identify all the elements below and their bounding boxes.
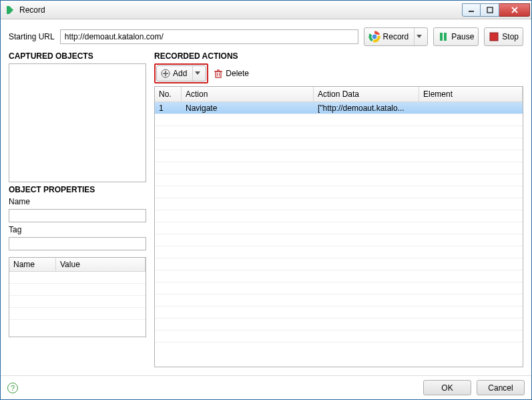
delete-button[interactable]: Delete	[214, 69, 249, 78]
name-field[interactable]	[9, 209, 146, 222]
tag-field[interactable]	[9, 237, 146, 250]
record-dialog: Record Starting URL Record	[0, 0, 532, 400]
trash-icon	[214, 69, 223, 78]
svg-marker-9	[417, 35, 422, 38]
cancel-button[interactable]: Cancel	[477, 380, 525, 395]
tag-label: Tag	[9, 225, 146, 234]
window-title: Record	[19, 5, 45, 15]
table-row[interactable]	[155, 150, 523, 162]
svg-rect-0	[7, 6, 9, 14]
svg-rect-11	[444, 33, 447, 41]
table-row[interactable]	[155, 126, 523, 138]
table-row[interactable]	[155, 138, 523, 150]
starting-url-input[interactable]	[60, 29, 358, 44]
properties-table[interactable]: Name Value	[9, 257, 146, 337]
chevron-down-icon	[417, 35, 422, 39]
svg-rect-12	[490, 33, 498, 41]
table-row[interactable]	[155, 198, 523, 210]
object-properties-title: OBJECT PROPERTIES	[9, 185, 146, 194]
minimize-button[interactable]	[462, 3, 481, 17]
starting-url-label: Starting URL	[9, 32, 55, 41]
table-row[interactable]	[9, 272, 146, 284]
cell-action-data: ["http://demoaut.katalo...	[314, 104, 419, 113]
prop-header-value[interactable]: Value	[56, 258, 146, 272]
captured-objects-title: CAPTURED OBJECTS	[9, 51, 146, 61]
header-no[interactable]: No.	[155, 87, 182, 102]
table-row[interactable]	[155, 246, 523, 258]
titlebar: Record	[1, 1, 531, 19]
cell-no: 1	[155, 104, 182, 113]
table-row[interactable]	[155, 258, 523, 270]
chrome-icon	[368, 31, 380, 43]
table-row[interactable]	[155, 282, 523, 294]
table-row[interactable]	[155, 174, 523, 186]
stop-icon	[489, 31, 499, 42]
add-dropdown[interactable]	[192, 66, 202, 81]
chevron-down-icon	[195, 71, 200, 75]
add-button[interactable]: Add	[156, 65, 206, 81]
pause-label: Pause	[451, 32, 474, 41]
delete-label: Delete	[226, 69, 249, 78]
help-icon[interactable]: ?	[7, 383, 18, 393]
recorded-actions-title: RECORDED ACTIONS	[154, 51, 523, 61]
table-row[interactable]	[155, 222, 523, 234]
plus-circle-icon	[161, 69, 170, 78]
prop-header-name[interactable]: Name	[9, 258, 56, 272]
cell-action: Navigate	[182, 104, 314, 113]
table-row[interactable]	[155, 270, 523, 282]
table-row[interactable]	[155, 331, 523, 343]
table-row[interactable]	[155, 307, 523, 319]
table-row[interactable]	[155, 162, 523, 174]
table-row[interactable]	[155, 186, 523, 198]
record-button[interactable]: Record	[364, 27, 429, 46]
table-row[interactable]	[155, 319, 523, 331]
record-label: Record	[383, 32, 409, 41]
add-button-highlight: Add	[154, 63, 208, 83]
record-dropdown[interactable]	[414, 28, 423, 45]
stop-label: Stop	[502, 32, 519, 41]
svg-rect-3	[487, 7, 493, 13]
captured-objects-panel[interactable]	[9, 63, 146, 182]
table-row[interactable]	[9, 296, 146, 308]
header-element[interactable]: Element	[419, 87, 523, 102]
stop-button[interactable]: Stop	[484, 27, 523, 46]
app-icon	[5, 5, 15, 15]
svg-marker-1	[9, 6, 13, 14]
svg-rect-10	[440, 33, 443, 41]
svg-marker-16	[195, 71, 200, 75]
header-action[interactable]: Action	[182, 87, 314, 102]
table-row[interactable]	[155, 114, 523, 126]
actions-table: No. Action Action Data Element 1Navigate…	[154, 86, 523, 367]
table-row[interactable]	[155, 234, 523, 246]
svg-rect-17	[216, 71, 221, 77]
table-row[interactable]	[155, 294, 523, 307]
pause-button[interactable]: Pause	[433, 27, 479, 46]
table-row[interactable]	[9, 308, 146, 320]
add-label: Add	[173, 69, 187, 78]
header-action-data[interactable]: Action Data	[314, 87, 419, 102]
maximize-button[interactable]	[481, 3, 499, 17]
ok-button[interactable]: OK	[423, 380, 471, 395]
name-label: Name	[9, 197, 146, 206]
pause-icon	[438, 31, 449, 42]
close-button[interactable]	[499, 3, 530, 17]
table-row[interactable]	[9, 284, 146, 296]
table-row[interactable]: 1Navigate["http://demoaut.katalo...	[155, 102, 523, 114]
table-row[interactable]	[155, 210, 523, 222]
